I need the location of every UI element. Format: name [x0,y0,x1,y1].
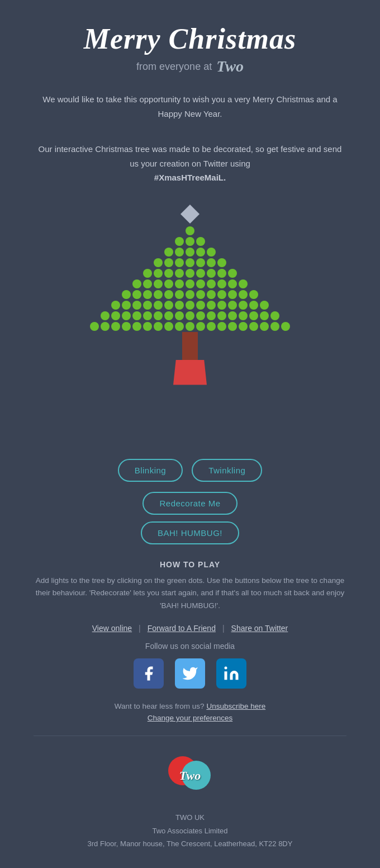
tree-dot[interactable] [164,248,173,257]
tree-dot[interactable] [164,301,173,310]
tree-dot[interactable] [154,279,163,288]
tree-dot[interactable] [196,279,205,288]
change-preferences-link[interactable]: Change your preferences [148,714,232,722]
tree-dot[interactable] [260,311,269,320]
tree-dot[interactable] [154,322,163,331]
tree-dot[interactable] [186,248,194,257]
tree-dot[interactable] [239,279,248,288]
tree-dot[interactable] [217,279,226,288]
tree-dot[interactable] [186,290,194,299]
tree-dot[interactable] [260,322,269,331]
tree-dot[interactable] [164,279,173,288]
tree-dots[interactable] [90,226,290,331]
tree-dot[interactable] [217,269,226,278]
tree-dot[interactable] [249,311,258,320]
tree-dot[interactable] [186,226,194,235]
tree-dot[interactable] [270,322,279,331]
twitter-icon[interactable] [175,658,205,689]
tree-dot[interactable] [228,279,237,288]
tree-dot[interactable] [164,322,173,331]
tree-dot[interactable] [217,322,226,331]
tree-dot[interactable] [217,258,226,267]
tree-dot[interactable] [122,301,131,310]
tree-dot[interactable] [143,279,152,288]
tree-dot[interactable] [154,258,163,267]
tree-dot[interactable] [239,322,248,331]
blinking-button[interactable]: Blinking [118,459,183,482]
tree-dot[interactable] [207,322,216,331]
tree-dot[interactable] [239,311,248,320]
tree-dot[interactable] [175,279,184,288]
unsubscribe-link[interactable]: Unsubscribe here [206,702,265,710]
tree-dot[interactable] [132,279,141,288]
tree-dot[interactable] [154,290,163,299]
tree-dot[interactable] [101,311,110,320]
tree-dot[interactable] [164,290,173,299]
tree-dot[interactable] [249,322,258,331]
tree-dot[interactable] [196,290,205,299]
tree-dot[interactable] [175,258,184,267]
tree-dot[interactable] [132,311,141,320]
view-online-link[interactable]: View online [92,624,132,633]
tree-dot[interactable] [164,311,173,320]
tree-dot[interactable] [175,301,184,310]
tree-dot[interactable] [228,322,237,331]
tree-dot[interactable] [132,301,141,310]
tree-dot[interactable] [143,301,152,310]
tree-dot[interactable] [249,290,258,299]
share-twitter-link[interactable]: Share on Twitter [231,624,288,633]
tree-dot[interactable] [111,301,120,310]
tree-dot[interactable] [281,322,290,331]
tree-dot[interactable] [122,311,131,320]
redecorate-button[interactable]: Redecorate Me [142,492,237,515]
tree-dot[interactable] [207,311,216,320]
tree-dot[interactable] [228,290,237,299]
tree-dot[interactable] [143,322,152,331]
tree-dot[interactable] [186,311,194,320]
tree-dot[interactable] [164,269,173,278]
tree-dot[interactable] [122,290,131,299]
twinkling-button[interactable]: Twinkling [192,459,262,482]
tree-dot[interactable] [154,269,163,278]
tree-dot[interactable] [143,269,152,278]
tree-dot[interactable] [143,311,152,320]
tree-dot[interactable] [186,237,194,246]
tree-dot[interactable] [175,311,184,320]
tree-dot[interactable] [207,248,216,257]
tree-dot[interactable] [132,290,141,299]
tree-dot[interactable] [228,269,237,278]
tree-dot[interactable] [154,301,163,310]
tree-dot[interactable] [186,279,194,288]
tree-dot[interactable] [111,322,120,331]
tree-dot[interactable] [186,301,194,310]
tree-dot[interactable] [186,258,194,267]
tree-dot[interactable] [111,311,120,320]
facebook-icon[interactable] [134,658,164,689]
tree-dot[interactable] [249,301,258,310]
tree-dot[interactable] [217,311,226,320]
tree-dot[interactable] [143,290,152,299]
bah-humbug-button[interactable]: BAH! HUMBUG! [141,521,239,544]
linkedin-icon[interactable] [216,658,246,689]
tree-dot[interactable] [217,290,226,299]
tree-dot[interactable] [132,322,141,331]
tree-dot[interactable] [196,311,205,320]
tree-dot[interactable] [260,301,269,310]
tree-dot[interactable] [196,258,205,267]
tree-dot[interactable] [196,269,205,278]
tree-dot[interactable] [207,301,216,310]
tree-dot[interactable] [196,322,205,331]
tree-dot[interactable] [175,237,184,246]
tree-dot[interactable] [186,269,194,278]
tree-dot[interactable] [228,311,237,320]
tree-dot[interactable] [175,248,184,257]
tree-dot[interactable] [122,322,131,331]
tree-dot[interactable] [196,237,205,246]
tree-dot[interactable] [175,269,184,278]
tree-dot[interactable] [270,311,279,320]
tree-dot[interactable] [90,322,99,331]
tree-dot[interactable] [207,290,216,299]
tree-dot[interactable] [164,258,173,267]
tree-dot[interactable] [196,301,205,310]
tree-dot[interactable] [239,290,248,299]
